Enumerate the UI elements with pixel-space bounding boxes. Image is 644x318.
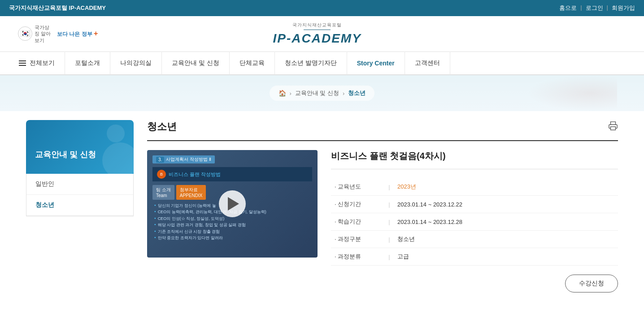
better-gov: 보다 나은 정부 + (57, 29, 98, 39)
info-label-year: 교육년도 (331, 178, 385, 196)
info-label-class: 과정분류 (331, 248, 385, 266)
info-sep-class: | (385, 248, 394, 266)
page-title: 청소년 (147, 120, 177, 133)
header: 🇰🇷 국가상징 알아보기 보다 나은 정부 + 국가지식재산교육포털 IP-AC… (0, 16, 644, 52)
nav-items: 전체보기 포털소개 나의강의실 교육안내 및 신청 단체교육 청소년 발명기자단… (9, 52, 635, 75)
info-row-year: 교육년도 | 2023년 (331, 178, 618, 196)
logo-main: IP-ACADEMY (273, 31, 361, 46)
login-link[interactable]: 로그인 (586, 4, 603, 12)
breadcrumb-decor (527, 75, 617, 111)
hamburger-icon (19, 60, 26, 66)
top-bar-links: 홈으로 | 로그인 | 회원가입 (559, 4, 635, 12)
info-sep-study: | (385, 213, 394, 231)
course-name: 비즈니스 플랜 첫걸음(4차시) (331, 150, 618, 169)
flag-logo: 🇰🇷 국가상징 알아보기 (18, 24, 52, 43)
thumb-list-item-4: 기존 조직에서 신규 시장 창출 경험 (154, 228, 312, 235)
course-card: 3. 사업계획서 작성방법 Ⅱ B 비즈니스 플랜 작성방법 팀 소개Team … (147, 150, 618, 292)
info-sep-year: | (385, 178, 394, 196)
main-nav: 전체보기 포털소개 나의강의실 교육안내 및 신청 단체교육 청소년 발명기자단… (0, 52, 644, 75)
breadcrumb-area: 🏠 › 교육안내 및 신청 › 청소년 (0, 75, 644, 111)
home-link[interactable]: 홈으로 (559, 4, 577, 12)
info-value-year: 2023년 (394, 178, 618, 196)
info-table: 교육년도 | 2023년 신청기간 | 2023.01.14 ~ 2023.12… (331, 178, 618, 266)
breadcrumb: 🏠 › 교육안내 및 신청 › 청소년 (270, 86, 375, 101)
thumb-tag-team: 팀 소개Team (152, 185, 174, 200)
thumb-title-text: 비즈니스 플랜 작성방법 (169, 171, 221, 178)
breadcrumb-edu[interactable]: 교육안내 및 신청 (295, 89, 339, 97)
nav-my-class[interactable]: 나의강의실 (110, 52, 162, 75)
info-label-study: 학습기간 (331, 213, 385, 231)
course-thumbnail[interactable]: 3. 사업계획서 작성방법 Ⅱ B 비즈니스 플랜 작성방법 팀 소개Team … (147, 150, 318, 258)
header-center: 국가지식재산교육포털 IP-ACADEMY (273, 22, 361, 46)
sidebar-item-general[interactable]: 일반인 (26, 174, 133, 195)
info-value-apply: 2023.01.14 ~ 2023.12.22 (394, 196, 618, 213)
info-row-study: 학습기간 | 2023.01.14 ~ 2023.12.28 (331, 213, 618, 231)
thumb-tag-appendix: 첨부자료APPENDIX (176, 185, 206, 200)
signup-link[interactable]: 회원가입 (612, 4, 635, 12)
breadcrumb-home-icon[interactable]: 🏠 (278, 90, 286, 97)
thumb-b-icon: B (157, 170, 166, 179)
gov-plus: + (94, 30, 98, 37)
info-value-category: 청소년 (394, 231, 618, 248)
thumb-list-item-5: 만약 중요한 조력자가 있다면 알려라 (154, 235, 312, 241)
content-area: 청소년 3. 사업계획서 작성방법 Ⅱ B (147, 120, 618, 292)
nav-edu-info[interactable]: 교육안내 및 신청 (162, 52, 230, 75)
breadcrumb-sep1: › (290, 90, 292, 97)
divider1: | (580, 4, 582, 12)
divider2: | (607, 4, 608, 12)
nav-group-edu[interactable]: 단체교육 (230, 52, 275, 75)
thumb-badge-num: 3. (156, 157, 164, 163)
top-bar: 국가지식재산교육포털 IP-ACADEMY 홈으로 | 로그인 | 회원가입 (0, 0, 644, 16)
content-header: 청소년 (147, 120, 618, 141)
info-label-apply: 신청기간 (331, 196, 385, 213)
play-triangle-icon (228, 197, 239, 211)
sidebar-header: 교육안내 및 신청 (26, 120, 134, 174)
course-info: 비즈니스 플랜 첫걸음(4차시) 교육년도 | 2023년 신청기간 | 202… (331, 150, 618, 292)
site-title: 국가지식재산교육포털 IP-ACADEMY (9, 4, 106, 12)
sidebar-decor1 (102, 142, 134, 174)
main-container: 교육안내 및 신청 일반인 청소년 청소년 3. (17, 111, 627, 301)
nav-youth-inventor[interactable]: 청소년 발명기자단 (275, 52, 347, 75)
info-value-class: 고급 (394, 248, 618, 266)
thumb-badge: 3. 사업계획서 작성방법 Ⅱ (152, 155, 215, 163)
info-value-study: 2023.01.14 ~ 2023.12.28 (394, 213, 618, 231)
nav-all-view[interactable]: 전체보기 (9, 52, 65, 75)
flag-label: 국가상징 알아보기 (35, 24, 52, 43)
nav-story-center[interactable]: Story Center (347, 52, 405, 75)
svg-rect-0 (611, 126, 616, 129)
nav-portal-intro[interactable]: 포털소개 (65, 52, 110, 75)
thumb-list-item-3: 해당 사업 관련 과거 경험, 창업 및 성공 실패 경험 (154, 222, 312, 228)
info-row-category: 과정구분 | 청소년 (331, 231, 618, 248)
sidebar-nav: 일반인 청소년 (26, 174, 134, 216)
info-label-category: 과정구분 (331, 231, 385, 248)
sidebar-item-youth[interactable]: 청소년 (26, 195, 133, 216)
sidebar-title: 교육안내 및 신청 (35, 149, 96, 160)
header-left: 🇰🇷 국가상징 알아보기 보다 나은 정부 + (18, 24, 98, 43)
sidebar: 교육안내 및 신청 일반인 청소년 (26, 120, 134, 292)
info-sep-category: | (385, 231, 394, 248)
enroll-btn-container: 수강신청 (331, 275, 618, 292)
info-row-class: 과정분류 | 고급 (331, 248, 618, 266)
flag-circle: 🇰🇷 (18, 26, 32, 41)
nav-customer-service[interactable]: 고객센터 (405, 52, 450, 75)
info-row-apply: 신청기간 | 2023.01.14 ~ 2023.12.22 (331, 196, 618, 213)
play-button[interactable] (219, 190, 246, 217)
info-sep-apply: | (385, 196, 394, 213)
breadcrumb-youth: 청소년 (348, 89, 366, 97)
sidebar-decor2 (107, 125, 125, 142)
thumb-title-box: B 비즈니스 플랜 작성방법 (152, 167, 312, 181)
thumb-badge-text: 사업계획서 작성방법 Ⅱ (166, 156, 211, 163)
print-icon[interactable] (608, 121, 618, 133)
better-gov-text: 보다 나은 정부 + (57, 29, 98, 39)
breadcrumb-sep2: › (343, 90, 344, 97)
logo-line (304, 30, 331, 30)
logo-subtitle: 국가지식재산교육포털 (273, 22, 361, 28)
enroll-button[interactable]: 수강신청 (565, 275, 618, 292)
